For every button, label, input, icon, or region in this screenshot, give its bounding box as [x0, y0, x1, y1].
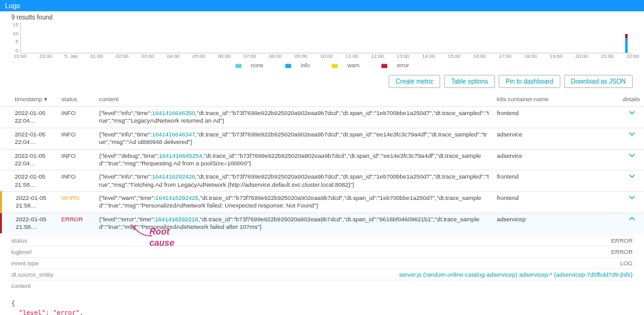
detail-row: event.typeLOG [11, 257, 633, 268]
results-count: 9 results found [0, 11, 644, 22]
chevron-up-icon[interactable] [629, 216, 635, 222]
cell-status: ERRORRoot cause [58, 213, 96, 233]
cell-content: {"level":"info","time":1641416646350,"dt… [96, 107, 494, 128]
chevron-down-icon[interactable] [629, 194, 635, 201]
cell-details[interactable] [619, 107, 644, 128]
col-status[interactable]: status [58, 92, 96, 107]
x-tick: 18:00 [525, 53, 537, 59]
x-tick: 05:00 [192, 53, 205, 59]
sort-desc-icon: ▾ [44, 96, 47, 102]
x-tick: 19:00 [550, 53, 562, 59]
x-tick: 22:00 [14, 53, 26, 59]
log-details-panel: statusERRORloglevelERRORevent.typeLOGdt.… [0, 233, 644, 295]
cell-status: INFO [58, 128, 96, 149]
detail-value[interactable]: server.js (random-online-catalog-adservi… [399, 271, 633, 278]
cell-content: {"level":"warn","time":1641416292425,"dt… [96, 191, 494, 213]
chevron-down-icon[interactable] [629, 109, 635, 116]
x-tick: 14:00 [422, 53, 435, 59]
pin-dashboard-button[interactable]: Pin to dashboard [499, 75, 560, 88]
cell-timestamp: 2022-01-05 21:58… [1, 213, 58, 233]
cell-status: INFO [58, 149, 96, 170]
detail-key: loglevel [11, 248, 31, 255]
actions-row: Create metric Table options Pin to dashb… [0, 72, 644, 92]
x-tick: 11:00 [346, 53, 358, 59]
x-tick: 22:00 [626, 53, 639, 59]
cell-content: {"level":"info","time":1641416646347,"dt… [96, 128, 494, 149]
log-row[interactable]: 2022-01-05 22:04…INFO{"level":"info","ti… [1, 128, 645, 149]
cell-container: adservice [493, 149, 619, 170]
logs-table: timestamp ▾ status content k8s.container… [0, 92, 644, 233]
cell-container: frontend [493, 170, 619, 192]
x-tick: 16:00 [473, 53, 486, 59]
cell-content: {"level":"error","time":1641416292218,"d… [96, 213, 494, 233]
log-row[interactable]: 2022-01-05 22:04…INFO{"level":"debug","t… [1, 149, 645, 170]
detail-key: content [11, 282, 31, 289]
page-header: Logs [0, 0, 644, 11]
cell-container: adservicep [493, 213, 619, 233]
table-options-button[interactable]: Table options [444, 75, 495, 88]
create-metric-button[interactable]: Create metric [389, 75, 440, 88]
x-tick: 02:00 [116, 53, 128, 59]
col-container[interactable]: k8s.container.name [493, 92, 619, 107]
col-content[interactable]: content [96, 92, 494, 107]
x-tick: 08:00 [269, 53, 282, 59]
cell-content: {"level":"info","time":1641416292426,"dt… [96, 170, 494, 192]
detail-value: LOG [620, 260, 633, 267]
x-axis: 22:0023:005. Jan01:0002:0003:0004:0005:0… [20, 53, 633, 60]
x-tick: 07:00 [243, 53, 256, 59]
x-tick: 12:00 [371, 53, 384, 59]
log-row[interactable]: 2022-01-05 21:58…ERRORRoot cause{"level"… [1, 213, 645, 233]
x-tick: 10:00 [320, 53, 333, 59]
x-tick: 17:00 [499, 53, 511, 59]
detail-row: statusERROR [11, 235, 633, 246]
x-tick: 21:00 [601, 53, 613, 59]
x-tick: 23:00 [40, 53, 52, 59]
x-tick: 03:00 [142, 53, 154, 59]
chart-area[interactable] [20, 22, 633, 53]
cell-timestamp: 2022-01-05 22:04… [1, 107, 58, 128]
detail-row: dt.source_entityserver.js (random-online… [11, 268, 633, 280]
col-timestamp[interactable]: timestamp ▾ [1, 92, 58, 107]
detail-value: ERROR [611, 248, 633, 255]
page-title: Logs [5, 2, 20, 9]
cell-timestamp: 2022-01-05 22:04… [1, 149, 58, 170]
chevron-down-icon[interactable] [629, 131, 635, 137]
log-json-content: { "level": "error", "time": 164141629221… [0, 295, 644, 315]
cell-status: WARN [58, 191, 96, 213]
cell-details[interactable] [619, 128, 644, 149]
x-tick: 5. Jan [64, 53, 78, 59]
x-tick: 15:00 [448, 53, 460, 59]
cell-content: {"level":"debug","time":1641416645254,"d… [96, 149, 494, 170]
cell-details[interactable] [619, 149, 644, 170]
log-chart: 15 10 5 0 22:0023:005. Jan01:0002:0003:0… [0, 22, 644, 72]
chevron-down-icon[interactable] [629, 152, 635, 158]
cell-container: frontend [493, 107, 619, 128]
detail-value: ERROR [611, 237, 633, 244]
log-row[interactable]: 2022-01-05 21:58…WARN{"level":"warn","ti… [1, 191, 645, 213]
cell-status: INFO [58, 107, 96, 128]
x-tick: 09:00 [294, 53, 307, 59]
x-tick: 04:00 [167, 53, 179, 59]
chart-legend: ▮▮▮none ▮▮▮info ▮▮▮warn ▮▮▮error [11, 60, 633, 70]
cell-details[interactable] [619, 213, 644, 233]
x-tick: 06:00 [218, 53, 231, 59]
x-tick: 20:00 [575, 53, 588, 59]
x-tick: 01:00 [91, 53, 103, 59]
log-row[interactable]: 2022-01-05 21:58…INFO{"level":"info","ti… [1, 170, 645, 192]
download-json-button[interactable]: Download as JSON [564, 75, 633, 88]
cell-timestamp: 2022-01-05 22:04… [1, 128, 58, 149]
cell-status: INFO [58, 170, 96, 192]
cell-details[interactable] [619, 170, 644, 192]
cell-container: frontend [493, 191, 619, 213]
cell-details[interactable] [619, 191, 644, 213]
detail-key: event.type [11, 260, 39, 267]
log-row[interactable]: 2022-01-05 22:04…INFO{"level":"info","ti… [1, 107, 645, 128]
col-details: details [619, 92, 644, 107]
y-axis: 15 10 5 0 [11, 22, 20, 53]
detail-key: status [11, 237, 27, 244]
cell-timestamp: 2022-01-05 21:58… [1, 191, 58, 213]
detail-key: dt.source_entity [11, 271, 53, 278]
chevron-down-icon[interactable] [629, 173, 635, 179]
chart-bar[interactable] [625, 34, 628, 53]
detail-row: loglevelERROR [11, 246, 633, 257]
